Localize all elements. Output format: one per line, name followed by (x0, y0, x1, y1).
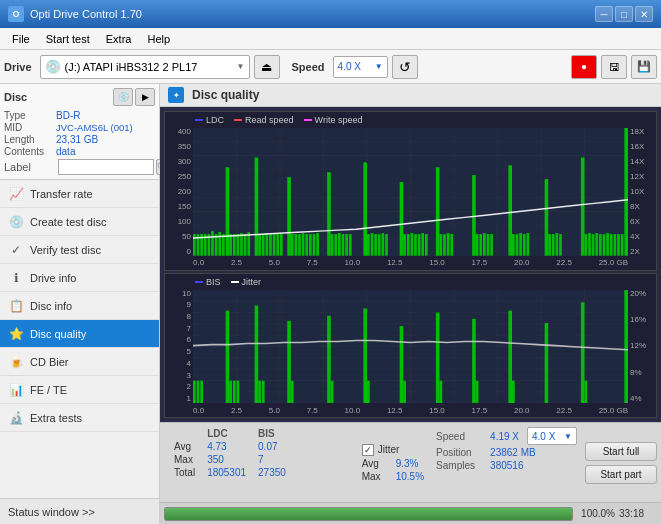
legend-jitter-dot (231, 281, 239, 283)
svg-rect-130 (233, 380, 236, 403)
disc-quality-icon: ⭐ (8, 327, 24, 341)
chart1-y-400: 400 (178, 128, 191, 136)
disc-panel-header: Disc 💿 ▶ (4, 88, 155, 106)
svg-rect-101 (606, 233, 609, 256)
status-window-label: Status window >> (8, 506, 95, 518)
disc-quality-label: Disc quality (30, 328, 86, 340)
sidebar-item-extra-tests[interactable]: 🔬 Extra tests (0, 404, 159, 432)
disc-label-label: Label (4, 161, 56, 173)
jitter-max-val: 10.5% (396, 471, 424, 482)
svg-rect-78 (476, 234, 479, 256)
speed-value: 4.0 X (338, 61, 361, 72)
stats-total-ldc: 1805301 (201, 466, 252, 479)
progress-bar-area: 100.0% 33:18 (160, 502, 661, 524)
svg-rect-50 (327, 172, 331, 255)
legend-bis-label: BIS (206, 277, 221, 287)
progress-time: 33:18 (619, 508, 657, 519)
legend-read-dot (234, 119, 242, 121)
stats-speed-dropdown-arrow: ▼ (564, 432, 572, 441)
svg-rect-33 (255, 157, 259, 255)
stats-row: LDC BIS Avg 4.73 0.07 Max 350 7 (160, 423, 661, 502)
start-full-button[interactable]: Start full (585, 442, 657, 461)
chart1-yr-12: 12X (630, 173, 644, 181)
legend-write-dot (304, 119, 312, 121)
svg-rect-56 (349, 234, 352, 256)
sidebar-item-verify-test-disc[interactable]: ✓ Verify test disc (0, 236, 159, 264)
sidebar-item-cd-bier[interactable]: 🍺 CD Bier (0, 348, 159, 376)
close-button[interactable]: ✕ (635, 6, 653, 22)
svg-rect-24 (218, 232, 221, 256)
sidebar-item-fe-te[interactable]: 📊 FE / TE (0, 376, 159, 404)
sidebar-item-disc-quality[interactable]: ⭐ Disc quality (0, 320, 159, 348)
svg-rect-88 (527, 233, 530, 256)
stats-total-label: Total (168, 466, 201, 479)
svg-rect-137 (327, 315, 331, 403)
stats-speed-select[interactable]: 4.0 X ▼ (527, 427, 577, 445)
minimize-button[interactable]: ─ (595, 6, 613, 22)
stats-header-ldc: LDC (201, 427, 252, 440)
disc-label-input[interactable] (58, 159, 154, 175)
toolbar-btn-3[interactable]: 💾 (631, 55, 657, 79)
refresh-button[interactable]: ↺ (392, 55, 418, 79)
menu-help[interactable]: Help (139, 31, 178, 47)
samples-val: 380516 (490, 460, 523, 471)
sidebar-item-drive-info[interactable]: ℹ Drive info (0, 264, 159, 292)
svg-rect-135 (287, 321, 291, 403)
svg-rect-151 (585, 380, 588, 403)
menu-extra[interactable]: Extra (98, 31, 140, 47)
status-window-button[interactable]: Status window >> (0, 498, 159, 524)
svg-rect-98 (595, 233, 598, 256)
start-part-button[interactable]: Start part (585, 465, 657, 484)
svg-rect-68 (414, 234, 417, 256)
sidebar-item-disc-info[interactable]: 📋 Disc info (0, 292, 159, 320)
sidebar-item-transfer-rate[interactable]: 📈 Transfer rate (0, 180, 159, 208)
toolbar-btn-2[interactable]: 🖫 (601, 55, 627, 79)
stats-avg-ldc: 4.73 (201, 440, 252, 453)
svg-rect-132 (255, 305, 259, 403)
svg-rect-147 (508, 310, 512, 403)
svg-rect-74 (443, 234, 446, 256)
svg-rect-51 (331, 234, 334, 256)
legend-ldc-label: LDC (206, 115, 224, 125)
svg-rect-95 (585, 234, 588, 256)
disc-mid-row: MID JVC-AMS6L (001) (4, 122, 155, 133)
svg-rect-66 (407, 234, 410, 256)
disc-icon-btn-2[interactable]: ▶ (135, 88, 155, 106)
stats-speed: Speed 4.19 X 4.0 X ▼ Position 23862 MB S… (432, 423, 581, 502)
disc-mid-val: JVC-AMS6L (001) (56, 122, 133, 133)
speed-label: Speed (292, 61, 325, 73)
jitter-checkbox[interactable]: ✓ (362, 444, 374, 456)
maximize-button[interactable]: □ (615, 6, 633, 22)
svg-rect-134 (262, 380, 265, 403)
svg-rect-82 (490, 234, 493, 256)
svg-rect-44 (298, 234, 301, 256)
chart1-yr-18: 18X (630, 128, 644, 136)
sidebar-item-create-test-disc[interactable]: 💿 Create test disc (0, 208, 159, 236)
svg-rect-54 (342, 234, 345, 256)
svg-rect-85 (516, 234, 519, 256)
svg-rect-49 (316, 233, 319, 256)
eject-button[interactable]: ⏏ (254, 55, 280, 79)
svg-rect-79 (479, 234, 482, 256)
svg-rect-72 (436, 167, 440, 255)
svg-rect-71 (425, 234, 428, 256)
disc-quality-title: Disc quality (192, 88, 259, 102)
legend-jitter: Jitter (231, 277, 262, 287)
drive-select[interactable]: 💿 (J:) ATAPI iHBS312 2 PL17 ▼ (40, 55, 250, 79)
menu-file[interactable]: File (4, 31, 38, 47)
svg-rect-102 (610, 234, 613, 256)
toolbar-btn-1[interactable]: ● (571, 55, 597, 79)
stats-avg-bis: 0.07 (252, 440, 292, 453)
speed-select[interactable]: 4.0 X ▼ (333, 56, 388, 78)
svg-rect-127 (200, 380, 203, 403)
svg-rect-90 (548, 234, 551, 256)
fe-te-label: FE / TE (30, 384, 67, 396)
cd-bier-icon: 🍺 (8, 355, 24, 369)
menu-start-test[interactable]: Start test (38, 31, 98, 47)
chart2-plot (193, 290, 628, 403)
chart1-y-100: 100 (178, 218, 191, 226)
disc-icon-btn-1[interactable]: 💿 (113, 88, 133, 106)
drive-info-label: Drive info (30, 272, 76, 284)
disc-length-val: 23,31 GB (56, 134, 98, 145)
jitter-max-row: Max 10.5% (362, 471, 424, 482)
